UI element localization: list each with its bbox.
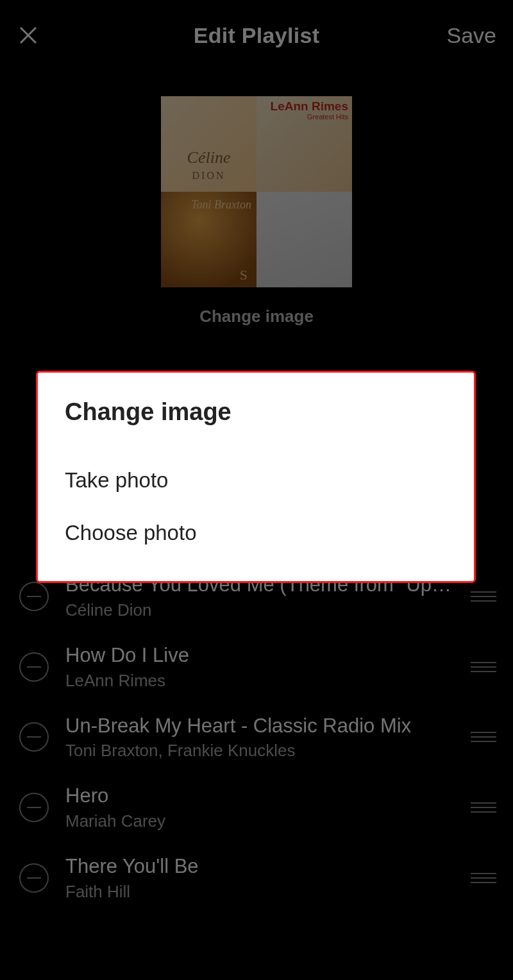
cover-cell-4: [256, 192, 352, 287]
remove-song-button[interactable]: [19, 652, 49, 682]
cover-cell-text: LeAnn Rimes: [260, 100, 348, 112]
song-title: Un-Break My Heart - Classic Radio Mix: [65, 714, 453, 739]
drag-handle-icon[interactable]: [469, 732, 498, 742]
change-image-popup: Change image Take photo Choose photo: [36, 371, 476, 583]
remove-song-button[interactable]: [19, 863, 49, 893]
page-title: Edit Playlist: [0, 23, 513, 48]
song-info[interactable]: Un-Break My Heart - Classic Radio Mix To…: [65, 714, 453, 761]
cover-cell-text: Toni Braxton: [191, 198, 251, 212]
take-photo-option[interactable]: Take photo: [65, 454, 447, 507]
song-artist: Mariah Carey: [65, 811, 453, 831]
drag-handle-icon[interactable]: [469, 662, 498, 672]
song-row: How Do I Live LeAnn Rimes: [0, 632, 513, 702]
remove-song-button[interactable]: [19, 793, 49, 822]
song-artist: Céline Dion: [65, 600, 453, 620]
minus-icon: [27, 736, 41, 738]
close-icon[interactable]: [17, 24, 40, 47]
choose-photo-option[interactable]: Choose photo: [65, 507, 447, 559]
remove-song-button[interactable]: [19, 582, 49, 611]
playlist-cover[interactable]: Céline DION LeAnn Rimes Greatest Hits To…: [161, 96, 352, 287]
remove-song-button[interactable]: [19, 722, 49, 752]
song-title: Hero: [65, 784, 453, 809]
cover-cell-1: Céline DION: [161, 96, 256, 192]
edit-playlist-screen: Edit Playlist Save Céline DION LeAnn Rim…: [0, 0, 513, 980]
minus-icon: [27, 877, 41, 879]
cover-cell-3: Toni Braxton S: [161, 192, 256, 287]
song-row: Un-Break My Heart - Classic Radio Mix To…: [0, 702, 513, 773]
song-row: There You'll Be Faith Hill: [0, 843, 513, 913]
song-info[interactable]: Hero Mariah Carey: [65, 784, 453, 831]
cover-cell-2: LeAnn Rimes Greatest Hits: [256, 96, 352, 192]
cover-cell-text: Céline: [161, 148, 256, 167]
song-info[interactable]: There You'll Be Faith Hill: [65, 854, 453, 902]
song-title: How Do I Live: [65, 643, 453, 668]
change-image-link[interactable]: Change image: [0, 307, 513, 326]
minus-icon: [27, 807, 41, 808]
song-list: Because You Loved Me (Theme from "Up Clo…: [0, 561, 513, 913]
drag-handle-icon[interactable]: [469, 591, 498, 602]
popup-title: Change image: [65, 398, 447, 426]
song-artist: Toni Braxton, Frankie Knuckles: [65, 741, 453, 761]
minus-icon: [27, 666, 41, 668]
drag-handle-icon[interactable]: [469, 802, 498, 813]
song-title: There You'll Be: [65, 854, 453, 879]
cover-cell-text: DION: [161, 170, 256, 182]
save-button[interactable]: Save: [447, 23, 497, 48]
drag-handle-icon[interactable]: [469, 873, 498, 883]
song-artist: LeAnn Rimes: [65, 671, 453, 691]
cover-cell-text: S: [240, 267, 250, 283]
song-row: Hero Mariah Carey: [0, 772, 513, 843]
minus-icon: [27, 596, 41, 597]
header: Edit Playlist Save: [0, 0, 513, 71]
song-artist: Faith Hill: [65, 882, 453, 902]
song-info[interactable]: How Do I Live LeAnn Rimes: [65, 643, 453, 691]
cover-cell-text: Greatest Hits: [307, 113, 348, 121]
